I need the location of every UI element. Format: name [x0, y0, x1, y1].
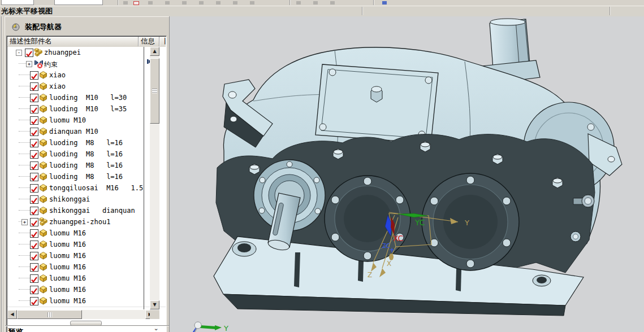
- toolbar-separator: [373, 0, 374, 5]
- visibility-checkbox[interactable]: [30, 297, 38, 305]
- expander-toggle[interactable]: +: [21, 219, 28, 225]
- visibility-checkbox[interactable]: [30, 195, 38, 204]
- visibility-checkbox[interactable]: [30, 286, 38, 294]
- table-row[interactable]: xiao: [7, 81, 166, 93]
- part-icon: [39, 93, 48, 102]
- tree-branch-line: [19, 176, 30, 177]
- svg-text:Y: Y: [464, 219, 469, 227]
- visibility-checkbox[interactable]: [30, 229, 38, 238]
- tree-branch-line: [19, 210, 30, 211]
- vertical-scroll-thumb[interactable]: [150, 58, 159, 124]
- assembly-icon: [39, 217, 48, 226]
- expander-toggle[interactable]: -: [16, 50, 22, 56]
- visibility-checkbox[interactable]: [30, 252, 38, 260]
- toolbar-icon-blue[interactable]: [382, 1, 387, 5]
- table-row[interactable]: luomu M16: [7, 261, 166, 273]
- part-label: luoding M8 l=16: [49, 161, 123, 169]
- visibility-checkbox[interactable]: [30, 274, 38, 283]
- toolbar-icon[interactable]: [216, 1, 221, 5]
- scroll-up-button[interactable]: ▲: [150, 47, 159, 56]
- toolbar-icon[interactable]: [250, 1, 254, 5]
- column-header-name[interactable]: 描述性部件名: [7, 37, 139, 46]
- visibility-checkbox[interactable]: [30, 150, 38, 159]
- table-row[interactable]: + 约束: [7, 58, 166, 70]
- table-row[interactable]: dianquan M10: [7, 126, 166, 138]
- tree-branch-line: [19, 244, 30, 244]
- preview-label: 预览: [8, 327, 23, 332]
- table-row[interactable]: luoding M10 l=30: [7, 92, 166, 104]
- inspection-cover-plate[interactable]: [315, 64, 438, 143]
- visibility-checkbox[interactable]: [25, 49, 33, 57]
- toolbar-icon[interactable]: [182, 1, 187, 5]
- toolbar-combo-fragment[interactable]: [1, 0, 34, 5]
- tree-branch-line: [19, 131, 30, 132]
- table-row[interactable]: shikonggai: [7, 194, 166, 206]
- visibility-checkbox[interactable]: [30, 116, 38, 125]
- table-row[interactable]: shikonggai dianquan: [7, 205, 166, 217]
- toolbar-icon[interactable]: [148, 1, 153, 5]
- visibility-checkbox[interactable]: [30, 128, 38, 136]
- column-header-clipped[interactable]: 丨: [159, 37, 166, 46]
- table-row[interactable]: luomu M16: [7, 295, 166, 307]
- table-row[interactable]: luoding M8 l=16: [7, 148, 166, 160]
- part-icon: [39, 240, 48, 249]
- visibility-checkbox[interactable]: [30, 173, 38, 181]
- tree-branch-line: [19, 300, 30, 301]
- table-row[interactable]: luomu M16: [7, 228, 166, 239]
- visibility-checkbox[interactable]: [30, 184, 38, 193]
- table-row[interactable]: luoding M8 l=16: [7, 160, 166, 172]
- scrollbar-corner: [150, 310, 159, 319]
- toolbar-icon[interactable]: [165, 1, 170, 5]
- table-row[interactable]: - zhuangpei: [7, 47, 166, 59]
- scroll-down-button[interactable]: ▼: [150, 300, 159, 309]
- horizontal-scroll-thumb[interactable]: [17, 310, 82, 319]
- tree-horizontal-scrollbar[interactable]: ◀ ▶: [7, 310, 155, 319]
- scroll-left-button[interactable]: ◀: [7, 310, 17, 319]
- table-row[interactable]: luoding M8 l=16: [7, 171, 166, 183]
- part-icon: [39, 296, 48, 305]
- table-row[interactable]: luomu M16: [7, 273, 166, 285]
- toolbar-combo-fragment-2[interactable]: [54, 0, 103, 5]
- tree-body: - zhuangpei+ 约束 xiao xiao luoding M10 l=…: [7, 47, 166, 309]
- table-header: 描述性部件名 信息 丨: [7, 37, 166, 47]
- table-row[interactable]: + zhuangpei-zhou1: [7, 216, 166, 228]
- table-row[interactable]: luomu M16: [7, 239, 166, 251]
- visibility-checkbox[interactable]: [30, 139, 38, 147]
- panel-title-text: 装配导航器: [25, 22, 62, 32]
- column-header-info[interactable]: 信息: [139, 37, 159, 46]
- visibility-checkbox[interactable]: [30, 94, 38, 102]
- table-row[interactable]: luoding M10 l=35: [7, 103, 166, 115]
- toolbar-icon[interactable]: [199, 1, 204, 5]
- visibility-checkbox[interactable]: [30, 161, 38, 170]
- part-icon: [39, 184, 48, 193]
- preview-section-header[interactable]: 预览 ⌄: [5, 325, 169, 332]
- expander-toggle[interactable]: +: [26, 61, 32, 67]
- part-label: tongqiluosai M16 1.5: [49, 184, 143, 192]
- table-row[interactable]: luoding M8 l=16: [7, 137, 166, 149]
- visibility-checkbox[interactable]: [30, 105, 38, 113]
- graphics-viewport[interactable]: YC XC ZC Y X Z + Y: [169, 16, 644, 332]
- toolbar-icon[interactable]: [296, 1, 301, 5]
- panel-title: 装配导航器: [7, 21, 62, 33]
- table-row[interactable]: luomu M16: [7, 250, 166, 262]
- table-row[interactable]: tongqiluosai M16 1.5: [7, 182, 166, 194]
- visibility-checkbox[interactable]: [30, 207, 38, 215]
- table-row[interactable]: xiao: [7, 69, 166, 81]
- tree-branch-line: [19, 233, 30, 233]
- toolbar-icon[interactable]: [123, 1, 128, 5]
- part-label: luomu M16: [49, 286, 86, 294]
- visibility-checkbox[interactable]: [30, 71, 38, 80]
- toolbar-icon[interactable]: [313, 1, 318, 5]
- visibility-checkbox[interactable]: [30, 263, 38, 272]
- toolbar-icon-red[interactable]: [133, 1, 139, 5]
- table-row[interactable]: luomu M10: [7, 115, 166, 126]
- visibility-checkbox[interactable]: [30, 82, 38, 91]
- toolbar-icon[interactable]: [330, 1, 335, 5]
- toolbar-icon[interactable]: [233, 1, 237, 5]
- open-flange-right[interactable]: [422, 173, 519, 270]
- table-row[interactable]: luomu M16: [7, 284, 166, 296]
- visibility-checkbox[interactable]: [30, 218, 38, 226]
- visibility-checkbox[interactable]: [30, 241, 38, 249]
- tree-vertical-scrollbar[interactable]: ▲ ▼: [150, 47, 159, 309]
- chevron-collapse-icon[interactable]: ⌄: [151, 326, 161, 332]
